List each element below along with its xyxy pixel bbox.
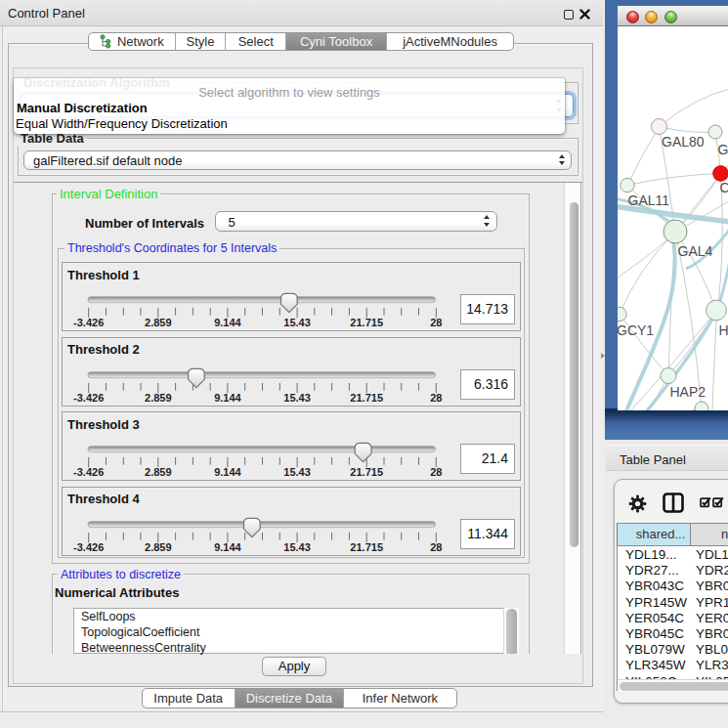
svg-text:28: 28 (430, 317, 442, 328)
svg-text:9.144: 9.144 (214, 391, 241, 403)
svg-text:21.715: 21.715 (350, 540, 383, 552)
svg-text:-3.426: -3.426 (73, 317, 104, 328)
svg-text:GA: GA (718, 142, 728, 157)
svg-text:-3.426: -3.426 (73, 391, 104, 403)
svg-text:-3.426: -3.426 (73, 466, 104, 478)
svg-text:H: H (719, 322, 728, 338)
svg-text:GCY1: GCY1 (618, 322, 654, 338)
svg-text:2.859: 2.859 (145, 540, 172, 552)
svg-text:HAP2: HAP2 (670, 384, 707, 400)
svg-text:9.144: 9.144 (214, 317, 241, 328)
svg-text:2.859: 2.859 (145, 317, 172, 328)
svg-text:28: 28 (430, 540, 442, 552)
svg-text:C: C (720, 180, 728, 195)
svg-text:GAL80: GAL80 (662, 134, 705, 150)
svg-text:15.43: 15.43 (283, 391, 311, 403)
svg-text:21.715: 21.715 (350, 391, 383, 403)
svg-text:28: 28 (430, 466, 442, 478)
svg-text:21.715: 21.715 (350, 317, 383, 328)
svg-text:-3.426: -3.426 (73, 540, 104, 552)
svg-text:2.859: 2.859 (145, 391, 172, 403)
svg-text:9.144: 9.144 (214, 466, 241, 478)
svg-text:21.715: 21.715 (350, 466, 383, 478)
svg-text:9.144: 9.144 (214, 540, 241, 552)
svg-text:2.859: 2.859 (145, 466, 172, 478)
svg-text:15.43: 15.43 (283, 466, 311, 478)
svg-text:15.43: 15.43 (283, 317, 311, 328)
svg-text:28: 28 (430, 391, 442, 403)
svg-text:GAL11: GAL11 (628, 193, 670, 208)
svg-text:15.43: 15.43 (283, 540, 311, 552)
svg-text:GAL4: GAL4 (678, 243, 713, 259)
